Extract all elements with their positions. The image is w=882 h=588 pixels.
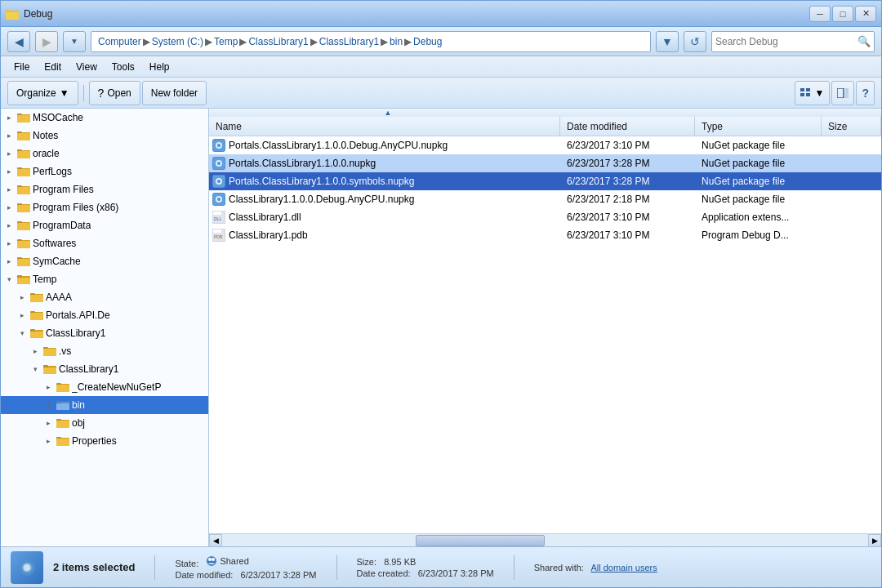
sidebar-scroll[interactable]: ▸MSOCache▸Notes▸oracle▸PerfLogs▸Program …: [1, 109, 208, 546]
expand-arrow[interactable]: ▸: [7, 185, 17, 194]
title-buttons: ─ □ ✕: [809, 6, 876, 22]
expand-arrow[interactable]: ▸: [7, 114, 17, 122]
sidebar-item-oracle[interactable]: ▸oracle: [1, 145, 208, 163]
expand-arrow[interactable]: ▾: [20, 329, 30, 337]
menu-tools[interactable]: Tools: [105, 59, 141, 75]
scroll-right-button[interactable]: ▶: [868, 534, 881, 547]
expand-arrow[interactable]: ▸: [7, 239, 17, 247]
minimize-button[interactable]: ─: [809, 6, 831, 22]
breadcrumb-bin[interactable]: bin: [390, 36, 403, 47]
scroll-track[interactable]: [222, 534, 868, 547]
status-count: 2 items selected: [53, 561, 135, 573]
svg-rect-37: [17, 278, 30, 284]
col-header-date[interactable]: Date modified: [560, 117, 695, 136]
expand-arrow[interactable]: ▾: [33, 365, 43, 373]
expand-arrow[interactable]: ▸: [33, 347, 43, 355]
expand-arrow[interactable]: ▸: [20, 311, 30, 319]
refresh-button[interactable]: ↺: [684, 31, 706, 52]
sidebar-item-classlibrary1[interactable]: ▾ClassLibrary1: [1, 360, 208, 378]
expand-arrow[interactable]: ▸: [7, 131, 17, 140]
sidebar-item-classlibrary1[interactable]: ▾ClassLibrary1: [1, 324, 208, 342]
col-header-type[interactable]: Type: [695, 117, 822, 136]
file-row[interactable]: PDBClassLibrary1.pdb6/23/2017 3:10 PMPro…: [209, 226, 881, 244]
file-type-cell: NuGet package file: [695, 140, 822, 151]
sidebar-item-program-files[interactable]: ▸Program Files: [1, 180, 208, 198]
status-section-state: State: Shared Date modified: 6/23/2017 3…: [175, 555, 316, 580]
expand-arrow[interactable]: ▸: [47, 419, 56, 427]
view-options-button[interactable]: ▼: [795, 81, 831, 105]
expand-arrow[interactable]: ▸: [47, 383, 56, 391]
svg-point-91: [207, 556, 216, 566]
sidebar-item--vs[interactable]: ▸.vs: [1, 342, 208, 360]
dropdown-button[interactable]: ▼: [656, 31, 679, 52]
horizontal-scrollbar: ◀ ▶: [209, 533, 881, 546]
close-button[interactable]: ✕: [855, 6, 876, 22]
sidebar-item-aaaa[interactable]: ▸AAAA: [1, 288, 208, 306]
menu-help[interactable]: Help: [143, 59, 176, 75]
sidebar-item-programdata[interactable]: ▸ProgramData: [1, 216, 208, 234]
open-button[interactable]: ? Open: [89, 81, 140, 105]
sort-up-icon: ▲: [385, 109, 392, 117]
expand-arrow[interactable]: ▾: [7, 275, 17, 283]
sidebar-item--createnewnugetp[interactable]: ▸_CreateNewNuGetP: [1, 378, 208, 396]
forward-button[interactable]: ▶: [35, 31, 58, 52]
expand-arrow[interactable]: ▸: [47, 437, 56, 445]
menu-edit[interactable]: Edit: [38, 59, 68, 75]
organize-button[interactable]: Organize ▼: [7, 81, 78, 105]
sidebar-item-msocache[interactable]: ▸MSOCache: [1, 109, 208, 127]
search-icon[interactable]: 🔍: [858, 35, 871, 47]
up-button[interactable]: ▼: [63, 31, 86, 52]
expand-arrow[interactable]: ▸: [7, 203, 17, 212]
sidebar-item-notes[interactable]: ▸Notes: [1, 127, 208, 145]
expand-arrow[interactable]: ▸: [7, 221, 17, 229]
file-row[interactable]: ClassLibrary1.1.0.0.Debug.AnyCPU.nupkg6/…: [209, 190, 881, 208]
sidebar-item-label: oracle: [33, 148, 60, 159]
preview-pane-button[interactable]: [831, 81, 854, 105]
nuget-status-icon: [17, 558, 37, 577]
sidebar-item-symcache[interactable]: ▸SymCache: [1, 252, 208, 270]
breadcrumb-temp[interactable]: Temp: [214, 36, 238, 47]
sidebar-item-temp[interactable]: ▾Temp: [1, 270, 208, 288]
expand-arrow[interactable]: ▸: [20, 293, 30, 301]
file-type-cell: NuGet package file: [695, 176, 822, 187]
sidebar-item-bin[interactable]: ▾bin: [1, 396, 208, 414]
breadcrumb-classlibrary1-2[interactable]: ClassLibrary1: [319, 36, 379, 47]
file-row[interactable]: DLLClassLibrary1.dll6/23/2017 3:10 PMApp…: [209, 208, 881, 226]
back-button[interactable]: ◀: [7, 31, 30, 52]
scroll-thumb[interactable]: [416, 535, 545, 546]
file-row[interactable]: Portals.ClassLibrary1.1.0.0.nupkg6/23/20…: [209, 154, 881, 172]
expand-arrow[interactable]: ▸: [7, 167, 17, 176]
scroll-left-button[interactable]: ◀: [209, 534, 222, 547]
sidebar-item-softwares[interactable]: ▸Softwares: [1, 234, 208, 252]
breadcrumb-system-c[interactable]: System (C:): [152, 36, 203, 47]
menu-file[interactable]: File: [7, 59, 36, 75]
folder-icon: [17, 148, 30, 159]
file-row[interactable]: Portals.ClassLibrary1.1.0.0.Debug.AnyCPU…: [209, 136, 881, 154]
col-header-name[interactable]: Name: [209, 117, 560, 136]
sidebar-item-properties[interactable]: ▸Properties: [1, 432, 208, 450]
file-row[interactable]: Portals.ClassLibrary1.1.0.0.symbols.nupk…: [209, 172, 881, 190]
breadcrumb-classlibrary1-1[interactable]: ClassLibrary1: [248, 36, 308, 47]
expand-arrow[interactable]: ▸: [7, 149, 17, 158]
svg-point-90: [24, 564, 30, 571]
col-header-size[interactable]: Size: [822, 117, 881, 136]
toolbar: Organize ▼ ? Open New folder ▼: [1, 78, 881, 109]
breadcrumb-computer[interactable]: Computer: [98, 36, 141, 47]
sidebar-item-obj[interactable]: ▸obj: [1, 414, 208, 432]
nuget-icon: [212, 157, 225, 170]
help-button[interactable]: ?: [856, 81, 875, 105]
menu-view[interactable]: View: [69, 59, 104, 75]
new-folder-button[interactable]: New folder: [142, 81, 207, 105]
sidebar-item-perflogs[interactable]: ▸PerfLogs: [1, 163, 208, 180]
search-input[interactable]: [715, 36, 858, 47]
expand-arrow[interactable]: ▾: [47, 401, 56, 409]
folder-icon: [17, 112, 30, 123]
sidebar-item-portals-api-de[interactable]: ▸Portals.API.De: [1, 306, 208, 324]
shared-with-value[interactable]: All domain users: [590, 563, 657, 572]
title-text: Debug: [24, 8, 52, 20]
expand-arrow[interactable]: ▸: [7, 257, 17, 265]
maximize-button[interactable]: □: [832, 6, 853, 22]
view-grid-icon: [800, 88, 812, 98]
sidebar-item-program-files--x86-[interactable]: ▸Program Files (x86): [1, 198, 208, 216]
breadcrumb-debug[interactable]: Debug: [413, 36, 442, 47]
